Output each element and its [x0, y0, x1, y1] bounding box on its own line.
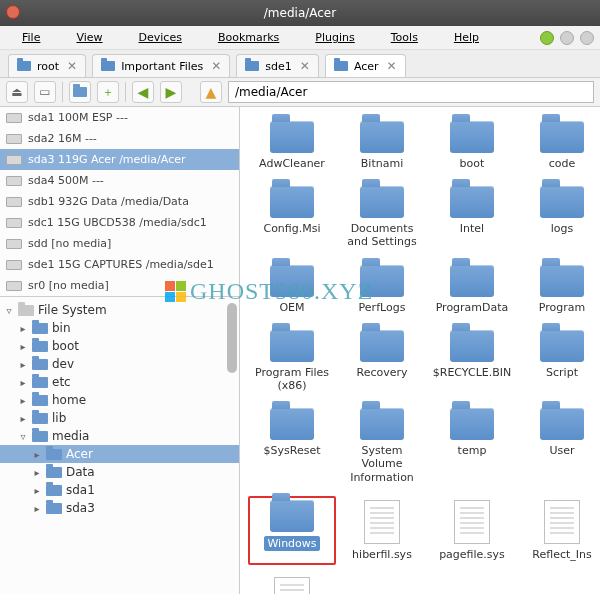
file-item-documents-and-settings[interactable]: Documents and Settings: [338, 182, 426, 252]
folder-icon: [450, 265, 494, 297]
nav-up-button[interactable]: ▲: [200, 81, 222, 103]
toolbar-eject-button[interactable]: ⏏: [6, 81, 28, 103]
tab-label: root: [37, 60, 59, 73]
tree-item-media[interactable]: ▿media: [0, 427, 239, 445]
device-item[interactable]: sda3 119G Acer /media/Acer: [0, 149, 239, 170]
file-item--recycle-bin[interactable]: $RECYCLE.BIN: [428, 326, 516, 396]
file-item-programdata[interactable]: ProgramData: [428, 261, 516, 318]
menu-view[interactable]: View: [60, 28, 118, 47]
folder-icon: [540, 330, 584, 362]
expander-icon[interactable]: ▸: [18, 323, 28, 334]
tab-sde1[interactable]: sde1✕: [236, 54, 319, 77]
tab-label: sde1: [265, 60, 291, 73]
menu-file[interactable]: File: [6, 28, 56, 47]
tree-item-acer[interactable]: ▸Acer: [0, 445, 239, 463]
folder-icon: [46, 503, 62, 514]
titlebar[interactable]: /media/Acer: [0, 0, 600, 26]
tree-label: File System: [38, 303, 107, 317]
file-item-logs[interactable]: logs: [518, 182, 600, 252]
file-item-temp[interactable]: temp: [428, 404, 516, 488]
file-item-perflogs[interactable]: PerfLogs: [338, 261, 426, 318]
file-item-system-volume-information[interactable]: System Volume Information: [338, 404, 426, 488]
file-item--sysreset[interactable]: $SysReset: [248, 404, 336, 488]
file-label: Documents and Settings: [340, 222, 424, 248]
close-icon[interactable]: ✕: [300, 59, 310, 73]
file-item-bitnami[interactable]: Bitnami: [338, 117, 426, 174]
disk-icon: [6, 281, 22, 291]
tree-scrollbar[interactable]: [227, 303, 237, 373]
menu-bookmarks[interactable]: Bookmarks: [202, 28, 295, 47]
tree-label: boot: [52, 339, 79, 353]
device-item[interactable]: sdc1 15G UBCD538 /media/sdc1: [0, 212, 239, 233]
tree-item-boot[interactable]: ▸boot: [0, 337, 239, 355]
device-item[interactable]: sde1 15G CAPTURES /media/sde1: [0, 254, 239, 275]
file-item-user[interactable]: User: [518, 404, 600, 488]
expander-icon[interactable]: ▸: [18, 359, 28, 370]
tab-acer[interactable]: Acer✕: [325, 54, 406, 77]
expander-icon[interactable]: ▸: [32, 503, 42, 514]
tree-label: bin: [52, 321, 71, 335]
expander-icon[interactable]: ▿: [4, 305, 14, 316]
expander-icon[interactable]: ▸: [18, 413, 28, 424]
menu-devices[interactable]: Devices: [123, 28, 198, 47]
disk-icon: [6, 176, 22, 186]
tab-important-files[interactable]: Important Files✕: [92, 54, 230, 77]
device-item[interactable]: sdd [no media]: [0, 233, 239, 254]
tree-item-file-system[interactable]: ▿File System: [0, 301, 239, 319]
path-input[interactable]: /media/Acer: [228, 81, 594, 103]
tree-item-bin[interactable]: ▸bin: [0, 319, 239, 337]
file-item-recovery[interactable]: Recovery: [338, 326, 426, 396]
nav-forward-button[interactable]: ▶: [160, 81, 182, 103]
file-item-partial[interactable]: [248, 573, 336, 594]
menu-tools[interactable]: Tools: [375, 28, 434, 47]
expander-icon[interactable]: ▸: [32, 467, 42, 478]
file-item-oem[interactable]: OEM: [248, 261, 336, 318]
device-item[interactable]: sda2 16M ---: [0, 128, 239, 149]
device-label: sdc1 15G UBCD538 /media/sdc1: [28, 216, 207, 229]
file-item-script[interactable]: Script: [518, 326, 600, 396]
file-item-program[interactable]: Program: [518, 261, 600, 318]
menu-plugins[interactable]: Plugins: [299, 28, 370, 47]
indicator-dot-2: [560, 31, 574, 45]
tree-item-home[interactable]: ▸home: [0, 391, 239, 409]
expander-icon[interactable]: ▸: [18, 377, 28, 388]
tree-item-sda3[interactable]: ▸sda3: [0, 499, 239, 517]
toolbar-open-folder-button[interactable]: [69, 81, 91, 103]
window-close-button[interactable]: [6, 5, 20, 19]
toolbar-add-button[interactable]: ＋: [97, 81, 119, 103]
expander-icon[interactable]: ▸: [32, 449, 42, 460]
tab-root[interactable]: root✕: [8, 54, 86, 77]
disk-icon: [6, 134, 22, 144]
toolbar-drive-button[interactable]: ▭: [34, 81, 56, 103]
expander-icon[interactable]: ▿: [18, 431, 28, 442]
file-item-adwcleaner[interactable]: AdwCleaner: [248, 117, 336, 174]
separator: [62, 82, 63, 102]
menu-help[interactable]: Help: [438, 28, 495, 47]
file-item-code[interactable]: code: [518, 117, 600, 174]
expander-icon[interactable]: ▸: [18, 395, 28, 406]
file-item-windows[interactable]: Windows: [248, 496, 336, 565]
folder-icon: [360, 265, 404, 297]
file-item-pagefile-sys[interactable]: pagefile.sys: [428, 496, 516, 565]
file-item-config-msi[interactable]: Config.Msi: [248, 182, 336, 252]
tree-item-dev[interactable]: ▸dev: [0, 355, 239, 373]
device-item[interactable]: sr0 [no media]: [0, 275, 239, 296]
tree-item-lib[interactable]: ▸lib: [0, 409, 239, 427]
nav-back-button[interactable]: ◀: [132, 81, 154, 103]
tree-item-data[interactable]: ▸Data: [0, 463, 239, 481]
device-item[interactable]: sda4 500M ---: [0, 170, 239, 191]
close-icon[interactable]: ✕: [387, 59, 397, 73]
close-icon[interactable]: ✕: [211, 59, 221, 73]
tree-item-etc[interactable]: ▸etc: [0, 373, 239, 391]
device-item[interactable]: sda1 100M ESP ---: [0, 107, 239, 128]
file-item-intel[interactable]: Intel: [428, 182, 516, 252]
file-item-reflect-ins[interactable]: Reflect_Ins: [518, 496, 600, 565]
device-item[interactable]: sdb1 932G Data /media/Data: [0, 191, 239, 212]
expander-icon[interactable]: ▸: [32, 485, 42, 496]
tree-item-sda1[interactable]: ▸sda1: [0, 481, 239, 499]
file-item-program-files-x86-[interactable]: Program Files (x86): [248, 326, 336, 396]
close-icon[interactable]: ✕: [67, 59, 77, 73]
file-item-hiberfil-sys[interactable]: hiberfil.sys: [338, 496, 426, 565]
expander-icon[interactable]: ▸: [18, 341, 28, 352]
file-item-boot[interactable]: boot: [428, 117, 516, 174]
